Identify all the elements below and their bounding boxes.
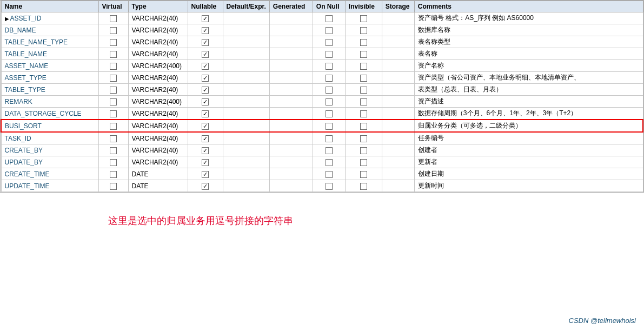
cell-virtual [98, 168, 128, 180]
cell-invisible [345, 120, 382, 132]
cell-on-null [313, 84, 345, 96]
cell-generated [269, 24, 313, 36]
cell-virtual [98, 36, 128, 48]
cell-type: DATE [128, 168, 188, 180]
cell-comments: 资产类型（省公司资产、本地业务明细、本地清单资产、 [414, 72, 643, 84]
cell-on-null [313, 156, 345, 168]
cell-default [223, 168, 269, 180]
watermark: CSDN @tellmewhoisi [569, 316, 636, 325]
cell-on-null [313, 132, 345, 144]
cell-generated [269, 12, 313, 24]
cell-type: VARCHAR2(40) [128, 108, 188, 120]
cell-comments: 资产描述 [414, 96, 643, 108]
table-row[interactable]: REMARKVARCHAR2(400)资产描述 [1, 96, 643, 108]
cell-type: VARCHAR2(40) [128, 24, 188, 36]
table-row[interactable]: UPDATE_BYVARCHAR2(40)更新者 [1, 156, 643, 168]
table-row[interactable]: DATA_STORAGE_CYCLEVARCHAR2(40)数据存储周期（3个月… [1, 108, 643, 120]
cell-type: VARCHAR2(40) [128, 144, 188, 156]
table-row[interactable]: UPDATE_TIMEDATE更新时间 [1, 180, 643, 192]
table-row[interactable]: TABLE_NAME_TYPEVARCHAR2(40)表名称类型 [1, 36, 643, 48]
cell-invisible [345, 12, 382, 24]
cell-invisible [345, 132, 382, 144]
cell-nullable [188, 120, 223, 132]
table-row[interactable]: ASSET_TYPEVARCHAR2(40)资产类型（省公司资产、本地业务明细、… [1, 72, 643, 84]
cell-comments: 创建日期 [414, 168, 643, 180]
table-row[interactable]: CREATE_TIMEDATE创建日期 [1, 168, 643, 180]
cell-virtual [98, 84, 128, 96]
cell-default [223, 24, 269, 36]
cell-storage [382, 144, 414, 156]
cell-default [223, 12, 269, 24]
col-header-virtual: Virtual [98, 1, 128, 12]
cell-on-null [313, 120, 345, 132]
cell-type: VARCHAR2(40) [128, 12, 188, 24]
cell-storage [382, 36, 414, 48]
cell-generated [269, 132, 313, 144]
cell-nullable [188, 36, 223, 48]
cell-on-null [313, 180, 345, 192]
col-header-generated: Generated [269, 1, 313, 12]
cell-type: VARCHAR2(400) [128, 60, 188, 72]
cell-type: VARCHAR2(40) [128, 36, 188, 48]
cell-on-null [313, 144, 345, 156]
cell-comments: 资产编号 格式：AS_序列 例如 AS60000 [414, 12, 643, 24]
table-header-row: Name Virtual Type Nullable Default/Expr.… [1, 1, 643, 12]
cell-nullable [188, 60, 223, 72]
cell-invisible [345, 108, 382, 120]
cell-name: UPDATE_TIME [1, 180, 98, 192]
cell-storage [382, 120, 414, 132]
table-row[interactable]: BUSI_SORTVARCHAR2(40)归属业务分类（可多选，二级分类） [1, 120, 643, 132]
col-header-comments: Comments [414, 1, 643, 12]
cell-virtual [98, 12, 128, 24]
cell-storage [382, 72, 414, 84]
cell-comments: 表名称 [414, 48, 643, 60]
cell-nullable [188, 12, 223, 24]
cell-name: ASSET_ID [1, 12, 98, 24]
cell-virtual [98, 96, 128, 108]
col-header-storage: Storage [382, 1, 414, 12]
table-row[interactable]: CREATE_BYVARCHAR2(40)创建者 [1, 144, 643, 156]
cell-default [223, 96, 269, 108]
table-row[interactable]: ASSET_NAMEVARCHAR2(400)资产名称 [1, 60, 643, 72]
cell-name: BUSI_SORT [1, 120, 98, 132]
cell-type: VARCHAR2(40) [128, 120, 188, 132]
table-row[interactable]: ASSET_IDVARCHAR2(40)资产编号 格式：AS_序列 例如 AS6… [1, 12, 643, 24]
cell-on-null [313, 36, 345, 48]
cell-comments: 更新者 [414, 156, 643, 168]
table-row[interactable]: TASK_IDVARCHAR2(40)任务编号 [1, 132, 643, 144]
cell-generated [269, 156, 313, 168]
cell-virtual [98, 156, 128, 168]
cell-default [223, 48, 269, 60]
cell-storage [382, 168, 414, 180]
cell-invisible [345, 48, 382, 60]
cell-comments: 数据存储周期（3个月、6个月、1年、2年、3年（T+2） [414, 108, 643, 120]
cell-on-null [313, 60, 345, 72]
cell-invisible [345, 156, 382, 168]
cell-invisible [345, 84, 382, 96]
data-table: Name Virtual Type Nullable Default/Expr.… [1, 1, 643, 192]
cell-name: ASSET_TYPE [1, 72, 98, 84]
table-row[interactable]: TABLE_NAMEVARCHAR2(40)表名称 [1, 48, 643, 60]
cell-comments: 归属业务分类（可多选，二级分类） [414, 120, 643, 132]
cell-virtual [98, 60, 128, 72]
cell-invisible [345, 24, 382, 36]
cell-comments: 资产名称 [414, 60, 643, 72]
table-row[interactable]: DB_NAMEVARCHAR2(40)数据库名称 [1, 24, 643, 36]
cell-on-null [313, 168, 345, 180]
cell-name: CREATE_TIME [1, 168, 98, 180]
cell-nullable [188, 108, 223, 120]
table-row[interactable]: TABLE_TYPEVARCHAR2(40)表类型（总表、日表、月表） [1, 84, 643, 96]
col-header-type: Type [128, 1, 188, 12]
cell-name: ASSET_NAME [1, 60, 98, 72]
cell-nullable [188, 132, 223, 144]
cell-on-null [313, 72, 345, 84]
cell-name: TASK_ID [1, 132, 98, 144]
cell-name: TABLE_NAME [1, 48, 98, 60]
cell-virtual [98, 180, 128, 192]
cell-name: DATA_STORAGE_CYCLE [1, 108, 98, 120]
table-wrapper: Name Virtual Type Nullable Default/Expr.… [0, 0, 644, 193]
cell-storage [382, 84, 414, 96]
cell-storage [382, 180, 414, 192]
cell-default [223, 120, 269, 132]
cell-name: TABLE_TYPE [1, 84, 98, 96]
